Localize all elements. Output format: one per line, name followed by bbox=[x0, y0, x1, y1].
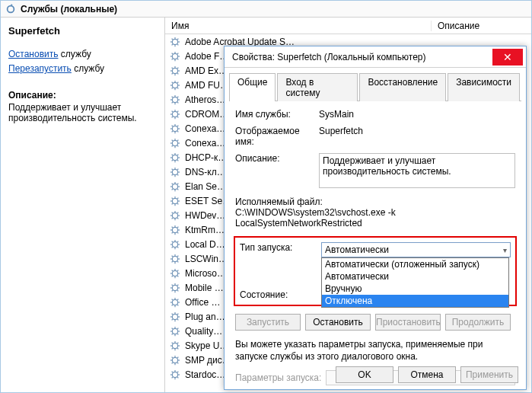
svg-point-10 bbox=[172, 53, 177, 59]
restart-service-link[interactable]: Перезапустить bbox=[8, 63, 72, 74]
service-row-label: DHCP-к… bbox=[185, 152, 227, 163]
svg-line-214 bbox=[177, 376, 178, 377]
svg-point-118 bbox=[172, 227, 177, 232]
svg-line-206 bbox=[172, 362, 173, 363]
svg-line-126 bbox=[177, 226, 178, 227]
gear-icon bbox=[170, 181, 180, 192]
service-row-label: Skype U… bbox=[185, 340, 228, 351]
svg-point-46 bbox=[172, 111, 177, 117]
svg-point-19 bbox=[172, 68, 177, 73]
svg-line-114 bbox=[172, 212, 173, 212]
startup-type-combobox[interactable]: Автоматически ▾ bbox=[321, 242, 511, 257]
svg-line-6 bbox=[172, 38, 173, 39]
svg-line-71 bbox=[172, 145, 173, 145]
startup-option[interactable]: Автоматически (отложенный запуск) bbox=[322, 258, 508, 270]
svg-line-125 bbox=[172, 232, 173, 232]
svg-line-78 bbox=[172, 154, 173, 155]
start-button[interactable]: Запустить bbox=[235, 314, 301, 331]
svg-line-195 bbox=[172, 342, 173, 343]
service-row-label: Atheros… bbox=[185, 94, 225, 105]
svg-line-17 bbox=[172, 58, 173, 59]
svg-line-159 bbox=[172, 284, 173, 285]
svg-line-115 bbox=[177, 217, 178, 218]
close-button[interactable]: ✕ bbox=[492, 49, 523, 66]
resume-button[interactable]: Продолжить bbox=[445, 314, 511, 331]
toolbar-title: Службы (локальные) bbox=[21, 4, 117, 14]
svg-line-52 bbox=[177, 116, 178, 117]
gear-icon bbox=[170, 239, 180, 250]
svg-line-142 bbox=[177, 260, 178, 261]
svg-line-160 bbox=[177, 289, 178, 290]
startup-type-dropdown[interactable]: Автоматически (отложенный запуск)Автомат… bbox=[321, 257, 509, 308]
service-row-label: Stardoc… bbox=[185, 369, 225, 380]
startup-option[interactable]: Отключена bbox=[322, 295, 508, 307]
svg-line-7 bbox=[177, 43, 178, 44]
svg-line-60 bbox=[172, 125, 173, 126]
svg-line-61 bbox=[177, 130, 178, 131]
svg-line-79 bbox=[177, 159, 178, 160]
display-name-value: Superfetch bbox=[319, 126, 515, 147]
gear-icon bbox=[170, 355, 180, 366]
tab-0[interactable]: Общие bbox=[229, 73, 276, 101]
cancel-button[interactable]: Отмена bbox=[398, 366, 456, 383]
startup-type-label: Тип запуска: bbox=[240, 242, 321, 257]
svg-point-28 bbox=[172, 82, 177, 88]
service-row-label: HWDev… bbox=[185, 210, 225, 221]
gear-icon bbox=[170, 138, 180, 149]
svg-line-116 bbox=[172, 217, 173, 218]
svg-line-33 bbox=[172, 81, 173, 82]
svg-line-36 bbox=[177, 81, 178, 82]
pause-button[interactable]: Приостановить bbox=[375, 314, 441, 331]
startup-option[interactable]: Вручную bbox=[322, 283, 508, 295]
svg-line-134 bbox=[172, 246, 173, 247]
svg-line-25 bbox=[177, 72, 178, 73]
column-name[interactable]: Имя bbox=[165, 21, 432, 31]
tab-3[interactable]: Зависимости bbox=[448, 73, 520, 101]
ok-button[interactable]: OK bbox=[336, 366, 393, 383]
svg-line-26 bbox=[172, 72, 173, 73]
startup-option[interactable]: Автоматически bbox=[322, 270, 508, 283]
svg-line-177 bbox=[172, 313, 173, 314]
svg-line-51 bbox=[172, 110, 173, 111]
tab-2[interactable]: Восстановление bbox=[359, 73, 446, 101]
svg-line-153 bbox=[177, 270, 178, 270]
svg-point-172 bbox=[172, 314, 177, 319]
svg-line-215 bbox=[172, 376, 173, 377]
svg-line-204 bbox=[172, 356, 173, 357]
service-row-label: Mobile … bbox=[185, 283, 224, 293]
svg-line-151 bbox=[177, 275, 178, 276]
svg-line-90 bbox=[177, 168, 178, 169]
svg-line-54 bbox=[177, 110, 178, 111]
service-row-label: Plug an… bbox=[185, 312, 225, 322]
service-row-label: LSCWin… bbox=[185, 254, 228, 264]
svg-line-98 bbox=[172, 188, 173, 189]
restart-service-line: Перезапустить службу bbox=[8, 62, 157, 76]
tab-1[interactable]: Вход в систему bbox=[277, 73, 358, 101]
svg-point-64 bbox=[172, 140, 177, 145]
gear-icon bbox=[170, 152, 180, 163]
column-desc[interactable]: Описание bbox=[432, 21, 531, 31]
svg-line-162 bbox=[177, 284, 178, 285]
svg-line-179 bbox=[172, 318, 173, 319]
gear-icon bbox=[170, 283, 180, 293]
service-name-value: SysMain bbox=[319, 109, 515, 120]
stop-button[interactable]: Остановить bbox=[305, 314, 371, 331]
stop-service-link[interactable]: Остановить bbox=[8, 49, 59, 59]
svg-line-8 bbox=[172, 43, 173, 44]
apply-button[interactable]: Применить bbox=[460, 366, 518, 383]
startup-type-value: Автоматически bbox=[325, 244, 389, 255]
svg-point-109 bbox=[172, 212, 177, 218]
svg-line-72 bbox=[177, 139, 178, 140]
svg-line-198 bbox=[177, 342, 178, 343]
svg-point-73 bbox=[172, 155, 177, 160]
dlg-description-textarea[interactable] bbox=[319, 153, 515, 188]
left-detail-pane: Superfetch Остановить службу Перезапусти… bbox=[1, 18, 165, 392]
gear-icon bbox=[170, 210, 180, 221]
service-row-label: CDROM… bbox=[185, 109, 228, 120]
gear-icon bbox=[170, 80, 180, 91]
svg-line-45 bbox=[177, 96, 178, 97]
svg-point-163 bbox=[172, 299, 177, 305]
dialog-title: Свойства: Superfetch (Локальный компьюте… bbox=[232, 52, 492, 62]
svg-point-1 bbox=[172, 39, 177, 44]
startup-highlight-box: Тип запуска: Автоматически ▾ Автоматичес… bbox=[234, 236, 517, 306]
